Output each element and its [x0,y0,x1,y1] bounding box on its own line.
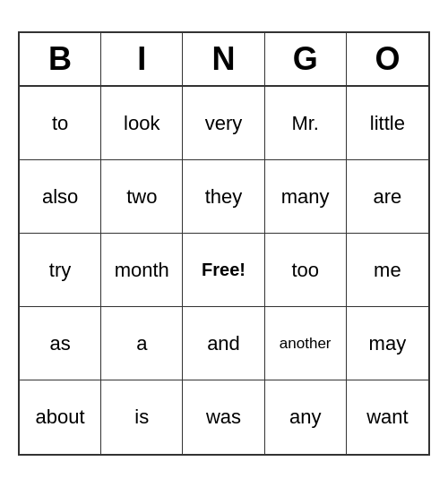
cell-2-3[interactable]: too [265,234,347,307]
cell-4-3[interactable]: any [265,380,347,454]
bingo-grid: to look very Mr. little also two they ma… [20,87,428,454]
cell-2-2-free[interactable]: Free! [183,234,264,307]
cell-0-4[interactable]: little [347,87,428,160]
header-o: O [347,33,428,85]
header-n: N [183,33,264,85]
cell-0-2[interactable]: very [183,87,264,160]
cell-3-0[interactable]: as [20,307,101,380]
cell-2-1[interactable]: month [101,234,183,307]
bingo-header: B I N G O [20,33,428,87]
cell-0-3[interactable]: Mr. [265,87,347,160]
cell-3-4[interactable]: may [347,307,428,380]
bingo-card: B I N G O to look very Mr. little also t… [18,31,430,456]
cell-0-1[interactable]: look [101,87,183,160]
cell-4-4[interactable]: want [347,380,428,454]
cell-2-0[interactable]: try [20,234,101,307]
cell-1-2[interactable]: they [183,160,264,234]
cell-3-3[interactable]: another [265,307,347,380]
cell-4-1[interactable]: is [101,380,183,454]
header-b: B [20,33,101,85]
cell-1-1[interactable]: two [101,160,183,234]
cell-1-3[interactable]: many [265,160,347,234]
cell-2-4[interactable]: me [347,234,428,307]
cell-3-1[interactable]: a [101,307,183,380]
cell-3-2[interactable]: and [183,307,264,380]
header-i: I [101,33,183,85]
cell-4-2[interactable]: was [183,380,264,454]
cell-4-0[interactable]: about [20,380,101,454]
cell-1-4[interactable]: are [347,160,428,234]
cell-0-0[interactable]: to [20,87,101,160]
header-g: G [265,33,347,85]
cell-1-0[interactable]: also [20,160,101,234]
